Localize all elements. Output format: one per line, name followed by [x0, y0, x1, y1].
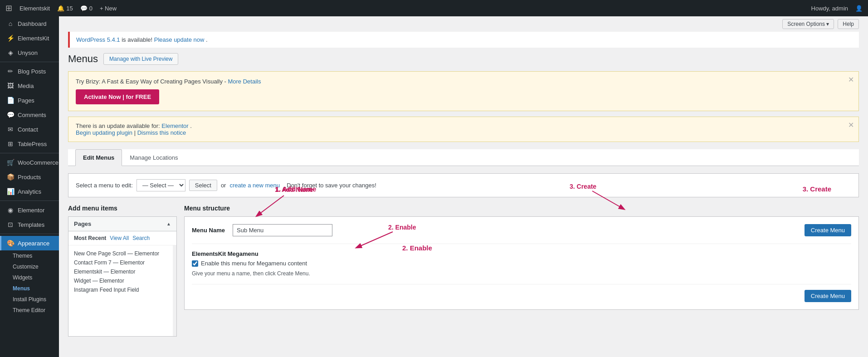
pages-panel-toggle[interactable]: ▲: [166, 221, 171, 226]
adminbar-new[interactable]: + New: [100, 5, 117, 12]
dismiss-notice-link[interactable]: Dismiss this notice: [137, 129, 186, 136]
megamenu-title: ElementsKit Megamenu: [192, 250, 851, 257]
menu-structure-title: Menu structure: [184, 205, 859, 212]
wp-update-link[interactable]: Please update now: [154, 36, 205, 43]
select-menu-button[interactable]: Select: [189, 180, 217, 191]
wp-update-text: WordPress 5.4.1 is available! Please upd…: [76, 36, 208, 43]
sidebar-item-appearance[interactable]: 🎨 Appearance: [0, 236, 59, 250]
page-title: Menus: [68, 53, 98, 65]
bottom-create-btn-row: Create Menu: [192, 284, 851, 302]
wp-logo-icon[interactable]: ⊞: [5, 3, 12, 13]
wp-layout: ⌂ Dashboard ⚡ ElementsKit ◈ Unyson ✏ Blo…: [0, 16, 868, 357]
submenu-menus[interactable]: Menus: [0, 283, 59, 294]
unyson-icon: ◈: [7, 49, 14, 56]
adminbar-right: Howdy, admin 👤: [811, 5, 863, 12]
pages-panel-header: Pages ▲: [68, 217, 176, 231]
megamenu-checkbox-label: Enable this menu for Megamenu content: [201, 260, 307, 267]
sidebar-item-dashboard[interactable]: ⌂ Dashboard: [0, 16, 59, 31]
add-menu-items-panel: Add menu items Pages ▲ Most Recent View …: [68, 205, 177, 337]
pages-panel-scroll: New One Page Scroll — Elementor Contact …: [68, 245, 176, 336]
adminbar-avatar[interactable]: 👤: [855, 5, 863, 12]
submenu-widgets[interactable]: Widgets: [0, 272, 59, 283]
sidebar-item-analytics[interactable]: 📊 Analytics: [0, 184, 59, 199]
sidebar-item-templates[interactable]: ⊡ Templates: [0, 217, 59, 232]
content-header: Screen Options ▾ Help: [59, 16, 868, 32]
sidebar-item-media[interactable]: 🖼 Media: [0, 78, 59, 93]
pages-tab-search[interactable]: Search: [132, 235, 150, 241]
list-item: Widget — Elementor: [74, 276, 171, 285]
sidebar-item-woocommerce[interactable]: 🛒 WooCommerce: [0, 155, 59, 170]
menu-name-label: Menu Name: [192, 227, 228, 234]
admin-bar: ⊞ Elementskit 🔔 15 💬 0 + New Howdy, admi…: [0, 0, 868, 16]
appearance-icon: 🎨: [7, 240, 14, 247]
elementor-notice-close[interactable]: ✕: [848, 121, 854, 129]
tab-edit-menus[interactable]: Edit Menus: [75, 149, 122, 166]
select-menu-label: Select a menu to edit:: [76, 182, 133, 189]
sidebar-item-unyson[interactable]: ◈ Unyson: [0, 45, 59, 60]
pages-icon: 📄: [7, 97, 14, 104]
templates-icon: ⊡: [7, 221, 14, 228]
add-menu-items-title: Add menu items: [68, 205, 177, 212]
sidebar-item-tablepress[interactable]: ⊞ TablePress: [0, 137, 59, 151]
tablepress-icon: ⊞: [7, 140, 14, 147]
live-preview-button[interactable]: Manage with Live Preview: [103, 53, 178, 65]
pages-tab-view-all[interactable]: View All: [110, 235, 129, 241]
sidebar-item-blog-posts[interactable]: ✏ Blog Posts: [0, 64, 59, 78]
submenu-themes[interactable]: Themes: [0, 250, 59, 261]
list-item: Contact Form 7 — Elementor: [74, 258, 171, 267]
contact-icon: ✉: [7, 126, 14, 133]
pages-scrollbar[interactable]: [173, 245, 176, 336]
screen-options-button[interactable]: Screen Options ▾: [782, 19, 834, 29]
menu-name-row: Menu Name: [192, 224, 332, 236]
submenu-install-plugins[interactable]: Install Plugins: [0, 294, 59, 305]
sidebar-item-pages[interactable]: 📄 Pages: [0, 93, 59, 108]
elementor-notice: ✕ There is an update available for: Elem…: [68, 117, 859, 142]
menu-structure-inner: 1. Add Name 2. Enable 3. Create Menu Nam…: [184, 216, 859, 310]
pages-panel: Pages ▲ Most Recent View All Search New …: [68, 216, 177, 337]
sidebar-item-elementor[interactable]: ◉ Elementor: [0, 203, 59, 217]
save-hint-text: . Don't forget to save your changes!: [283, 182, 376, 189]
comments-icon: 💬: [7, 111, 14, 118]
pages-tab-most-recent[interactable]: Most Recent: [74, 235, 106, 241]
activate-now-button[interactable]: Activate Now | for FREE: [76, 89, 159, 104]
create-new-menu-link[interactable]: create a new menu: [229, 182, 280, 189]
wp-content: Screen Options ▾ Help WordPress 5.4.1 is…: [59, 16, 868, 357]
menu-select-dropdown[interactable]: — Select —: [137, 179, 185, 191]
adminbar-comments[interactable]: 💬 0: [80, 5, 93, 12]
pages-panel-label: Pages: [74, 220, 91, 227]
begin-updating-link[interactable]: Begin updating plugin: [76, 129, 132, 136]
list-item: Instagram Feed Input Field: [74, 285, 171, 294]
adminbar-notifications[interactable]: 🔔 15: [57, 5, 73, 12]
sidebar-item-elementskit[interactable]: ⚡ ElementsKit: [0, 31, 59, 45]
submenu-customize[interactable]: Customize: [0, 261, 59, 272]
wp-version-link[interactable]: WordPress 5.4.1: [76, 36, 120, 43]
main-wrap: WordPress 5.4.1 is available! Please upd…: [59, 32, 868, 346]
woocommerce-icon: 🛒: [7, 159, 14, 166]
elementor-plugin-link[interactable]: Elementor: [161, 122, 188, 129]
tab-manage-locations[interactable]: Manage Locations: [122, 149, 185, 166]
pages-tabs: Most Recent View All Search: [68, 231, 176, 245]
help-button[interactable]: Help: [838, 19, 859, 29]
media-icon: 🖼: [7, 82, 14, 89]
create-menu-top-button[interactable]: Create Menu: [805, 224, 851, 236]
list-item: New One Page Scroll — Elementor: [74, 249, 171, 258]
adminbar-site-name[interactable]: Elementskit: [20, 5, 50, 12]
megamenu-checkbox-row: Enable this menu for Megamenu content: [192, 260, 851, 267]
list-item: Elementskit — Elementor: [74, 267, 171, 276]
brizy-notice-close[interactable]: ✕: [848, 75, 854, 84]
submenu-theme-editor[interactable]: Theme Editor: [0, 305, 59, 316]
megamenu-checkbox[interactable]: [192, 260, 198, 267]
brizy-more-details-link[interactable]: More Details: [228, 78, 261, 85]
brizy-notice: ✕ Try Brizy: A Fast & Easy Way of Creati…: [68, 71, 859, 111]
adminbar-howdy: Howdy, admin: [811, 5, 848, 12]
sidebar-item-comments[interactable]: 💬 Comments: [0, 108, 59, 122]
menu-structure-panel: Menu structure HEIWP.COM 1. Add Name 2. …: [184, 205, 859, 337]
menu-name-input[interactable]: [233, 224, 332, 236]
sidebar-item-contact[interactable]: ✉ Contact: [0, 122, 59, 137]
sidebar-item-products[interactable]: 📦 Products: [0, 170, 59, 184]
create-menu-bottom-button[interactable]: Create Menu: [805, 290, 851, 302]
pages-list: New One Page Scroll — Elementor Contact …: [68, 245, 176, 336]
appearance-submenu: Themes Customize Widgets Menus Install P…: [0, 250, 59, 316]
analytics-icon: 📊: [7, 188, 14, 195]
wp-update-notice: WordPress 5.4.1 is available! Please upd…: [68, 32, 859, 48]
